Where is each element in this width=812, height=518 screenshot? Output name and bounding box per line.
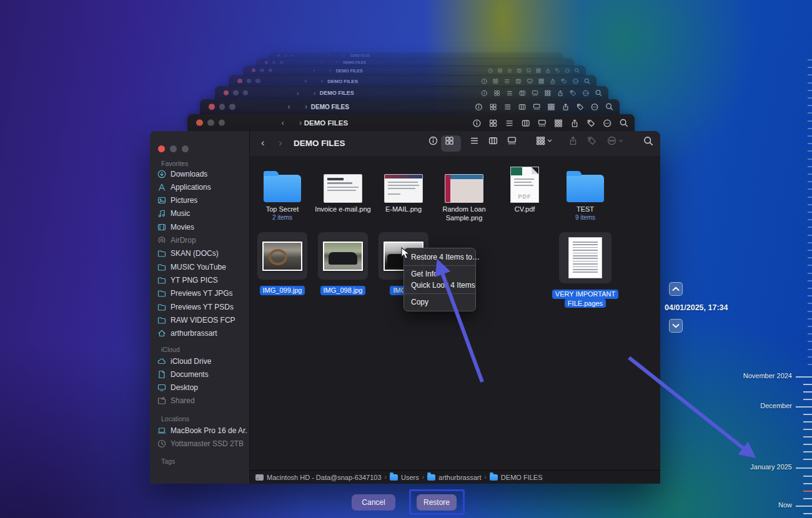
search-icon[interactable] (643, 136, 653, 146)
sidebar-item-yottamaster-ssd-2tb[interactable]: Yottamaster SSD 2TB (157, 437, 247, 450)
timeline-tick[interactable] (808, 97, 812, 99)
timeline-tick[interactable] (796, 406, 812, 408)
timeline-tick[interactable] (803, 491, 812, 492)
timeline-tick[interactable] (796, 506, 812, 507)
menu-item-copy[interactable]: Copy (404, 296, 475, 308)
menu-item-restore-4-items-to-[interactable]: Restore 4 Items to… (404, 252, 475, 263)
timeline-tick[interactable] (803, 429, 812, 430)
file-item-test[interactable]: TEST9 items (556, 165, 615, 221)
menu-item-get-info[interactable]: Get Info (404, 268, 475, 280)
close-button[interactable] (158, 145, 165, 152)
timeline-tick[interactable] (808, 105, 812, 106)
timeline-tick[interactable] (796, 376, 812, 378)
timeline-up-button[interactable] (669, 282, 683, 296)
file-item-e-mail-png[interactable]: E-MAIL.png (374, 165, 433, 213)
timeline-label-now[interactable]: Now (778, 501, 792, 509)
timeline-tick[interactable] (808, 349, 812, 350)
sidebar-item-shared[interactable]: Shared (157, 394, 247, 408)
sidebar-item-arthurbrassart[interactable]: arthurbrassart (157, 327, 247, 340)
stacked-window-titlebar[interactable]: ‹ › DEMO FILES (215, 86, 608, 99)
timeline-tick[interactable] (808, 318, 812, 320)
menu-item-quick-look-4-items[interactable]: Quick Look 4 Items (404, 280, 475, 291)
group-by-icon[interactable] (536, 136, 552, 145)
timeline-tick[interactable] (803, 399, 812, 400)
timeline-tick[interactable] (808, 173, 812, 175)
sidebar-item-music[interactable]: Music (157, 207, 247, 220)
timeline-tick[interactable] (803, 513, 812, 514)
forward-button[interactable]: › (279, 137, 282, 149)
timeline-tick[interactable] (808, 90, 812, 91)
timeline-tick[interactable] (808, 303, 812, 304)
timeline-tick[interactable] (808, 59, 812, 61)
timeline-tick[interactable] (808, 143, 812, 144)
timeline-tick[interactable] (808, 219, 812, 220)
sidebar-item-macbook-pro-16-de-ar-[interactable]: MacBook Pro 16 de Ar... (157, 424, 247, 437)
zoom-button[interactable] (182, 145, 189, 152)
file-item-img-098-jpg[interactable]: IMG_098.jpg (314, 231, 372, 306)
timeline-tick[interactable] (803, 384, 812, 385)
timeline-tick[interactable] (808, 135, 812, 137)
sidebar-item-yt-png-pics[interactable]: YT PNG PICS (157, 273, 247, 286)
timeline-tick[interactable] (808, 288, 812, 289)
sidebar-item-music-youtube[interactable]: MUSIC YouTube (157, 260, 247, 273)
timeline-tick[interactable] (803, 391, 812, 393)
file-item-very-important[interactable]: VERY IMPORTANTFILE.pages (556, 231, 615, 306)
timeline-tick[interactable] (808, 280, 812, 281)
timeline-tick[interactable] (808, 295, 812, 296)
timeline-tick[interactable] (803, 498, 812, 499)
sidebar-item-desktop[interactable]: Desktop (157, 381, 247, 394)
sidebar-item-documents[interactable]: Documents (157, 368, 247, 381)
path-crumb-demo-files[interactable]: DEMO FILES (490, 474, 543, 481)
timeline-tick[interactable] (808, 197, 812, 198)
timeline-tick[interactable] (808, 188, 812, 190)
minimize-button[interactable] (170, 145, 177, 152)
timeline-tick[interactable] (808, 273, 812, 274)
timeline-tick[interactable] (808, 242, 812, 243)
timeline-tick[interactable] (808, 227, 812, 228)
sidebar-item-previews-yt-psds[interactable]: Previews YT PSDs (157, 300, 247, 313)
timeline-tick[interactable] (803, 459, 812, 460)
timeline-label-january-2025[interactable]: January 2025 (750, 463, 792, 471)
cancel-button[interactable]: Cancel (352, 494, 395, 511)
sidebar-item-applications[interactable]: Applications (157, 180, 247, 193)
path-crumb-users[interactable]: Users (390, 474, 419, 481)
timeline-tick[interactable] (808, 364, 812, 365)
timeline-tick[interactable] (808, 204, 812, 205)
file-item-cv-pdf[interactable]: PDFCV.pdf (495, 165, 554, 213)
sidebar-item-raw-videos-fcp[interactable]: RAW VIDEOS FCP (157, 313, 247, 326)
gallery-view-icon[interactable] (507, 136, 517, 145)
timeline-tick[interactable] (808, 235, 812, 236)
timeline-label-november-2024[interactable]: November 2024 (743, 372, 792, 379)
timeline-tick[interactable] (808, 356, 812, 358)
timeline-tick[interactable] (808, 257, 812, 258)
timeline-tick[interactable] (803, 476, 812, 477)
path-crumb-arthurbrassart[interactable]: arthurbrassart (427, 474, 481, 481)
tags-icon[interactable] (587, 136, 597, 145)
column-view-icon[interactable] (488, 136, 498, 145)
info-icon[interactable] (428, 136, 438, 145)
timeline-tick[interactable] (808, 181, 812, 182)
timeline-tick[interactable] (808, 250, 812, 251)
timeline-tick[interactable] (808, 120, 812, 122)
file-item-top-secret[interactable]: Top Secret2 items (253, 165, 312, 221)
timeline-tick[interactable] (808, 212, 812, 213)
sidebar-item-movies[interactable]: Movies (157, 220, 247, 233)
timeline-tick[interactable] (808, 159, 812, 160)
timeline-tick[interactable] (808, 311, 812, 312)
timeline-tick[interactable] (803, 483, 812, 484)
stacked-window-titlebar[interactable]: ‹ › DEMO FILES (229, 75, 597, 87)
sidebar-item-skan-docs-[interactable]: SKAN (DOCs) (157, 247, 247, 260)
timeline-tick[interactable] (808, 265, 812, 266)
timeline-tick[interactable] (808, 333, 812, 335)
share-icon[interactable] (568, 136, 578, 145)
list-view-icon[interactable] (470, 136, 479, 145)
stacked-window-titlebar[interactable]: ‹ › DEMO FILES (200, 99, 620, 114)
timeline-tick[interactable] (808, 112, 812, 114)
timeline-tick[interactable] (808, 150, 812, 152)
more-icon[interactable] (607, 136, 623, 145)
stacked-window-titlebar[interactable]: ‹ › DEMO FILES (243, 66, 586, 76)
timeline-tick[interactable] (808, 128, 812, 129)
timeline-tick[interactable] (803, 444, 812, 445)
timeline-tick[interactable] (808, 67, 812, 68)
file-item-invoice-e-mail-png[interactable]: Invoice e-mail.png (314, 165, 372, 213)
